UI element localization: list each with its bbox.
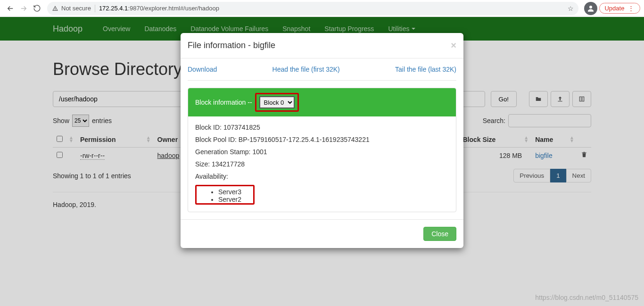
reload-button[interactable]	[30, 2, 43, 15]
list-item: Server3	[218, 188, 250, 196]
close-button[interactable]: Close	[423, 227, 456, 241]
address-bar[interactable]: Not secure 172.25.4.1:9870/explorer.html…	[47, 2, 578, 15]
profile-avatar[interactable]	[584, 2, 597, 15]
availability-label: Availability:	[195, 173, 449, 180]
highlight-box-servers: Server3 Server2	[195, 185, 255, 205]
block-info-label: Block information --	[195, 99, 252, 106]
list-item: Server2	[218, 196, 250, 203]
forward-button[interactable]	[17, 2, 30, 15]
block-pool-id: Block Pool ID: BP-1579160517-172.25.4.1-…	[195, 136, 449, 143]
file-info-modal: File information - bigfile × Download He…	[181, 33, 463, 248]
head-link[interactable]: Head the file (first 32K)	[272, 66, 340, 73]
block-select[interactable]: Block 0	[259, 96, 295, 108]
block-panel: Block information -- Block 0 Block ID: 1…	[188, 88, 456, 212]
browser-chrome: Not secure 172.25.4.1:9870/explorer.html…	[0, 0, 644, 17]
close-icon[interactable]: ×	[451, 40, 456, 51]
availability-list: Server3 Server2	[199, 188, 250, 203]
block-size: Size: 134217728	[195, 160, 449, 168]
back-button[interactable]	[4, 2, 17, 15]
generation-stamp: Generation Stamp: 1001	[195, 148, 449, 156]
update-button[interactable]: Update ⋮	[599, 3, 640, 14]
modal-title: File information - bigfile	[188, 41, 275, 50]
watermark: https://blog.csdn.net/m0_51140575	[535, 294, 638, 301]
tail-link[interactable]: Tail the file (last 32K)	[395, 66, 456, 73]
download-link[interactable]: Download	[188, 66, 217, 73]
bookmark-star-icon[interactable]: ☆	[568, 5, 574, 12]
divider	[95, 5, 95, 12]
not-secure-label: Not secure	[61, 5, 91, 12]
url-text: 172.25.4.1:9870/explorer.html#/user/hado…	[99, 5, 219, 12]
not-secure-badge: Not secure	[52, 5, 91, 12]
block-id: Block ID: 1073741825	[195, 124, 449, 131]
highlight-box-select: Block 0	[255, 93, 299, 112]
svg-point-0	[589, 6, 592, 8]
